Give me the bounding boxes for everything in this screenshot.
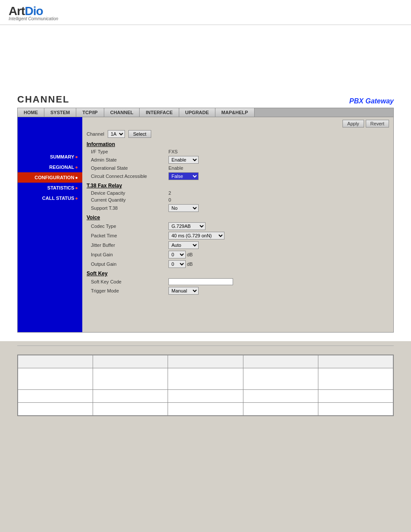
- jitterbuffer-select[interactable]: Auto Fixed: [168, 241, 199, 249]
- table-row: [18, 368, 393, 390]
- inputgain-unit: dB: [187, 252, 193, 257]
- bottom-table: [18, 355, 393, 416]
- table-cell: [168, 368, 243, 390]
- logo-subtitle: Intelligent Communication: [9, 16, 402, 21]
- table-cell: [93, 368, 168, 390]
- outputgain-unit: dB: [187, 261, 193, 267]
- table-cell: [243, 390, 318, 403]
- table-cell: [243, 368, 318, 390]
- form-row-codectype: Codec Type G.729AB G.711 uLaw G.711 aLaw…: [87, 222, 389, 230]
- channel-label: Channel: [87, 131, 104, 137]
- table-row: [18, 355, 393, 368]
- form-row-triggermode: Trigger Mode Manual Auto: [87, 287, 389, 295]
- nav-interface[interactable]: INTERFACE: [140, 108, 179, 117]
- opstate-value: Enable: [168, 165, 183, 171]
- sidebar-item-callstatus[interactable]: CALL STATUS●: [18, 193, 82, 203]
- table-cell: [18, 403, 93, 416]
- form-row-packettime: Packet Time 40 ms (G.729 onN) 20 ms 30 m…: [87, 232, 389, 240]
- table-cell: [93, 355, 168, 368]
- softkeycode-label: Soft Key Code: [91, 279, 168, 284]
- adminstate-select[interactable]: Enable Disable: [168, 156, 199, 164]
- content-layout: SUMMARY● REGIONAL● CONFIGURATION● STATIS…: [17, 117, 394, 333]
- outputgain-select[interactable]: 0 1 2 -1 -2: [168, 260, 186, 268]
- form-row-softkeycode: Soft Key Code: [87, 278, 389, 285]
- table-cell: [18, 355, 93, 368]
- form-row-outputgain: Output Gain 0 1 2 -1 -2 dB: [87, 260, 389, 268]
- sidebar-item-regional[interactable]: REGIONAL●: [18, 162, 82, 172]
- section-voice-title: Voice: [87, 215, 389, 221]
- circuit-label: Circuit Connect Accessible: [91, 174, 168, 179]
- revert-button[interactable]: Revert: [366, 120, 389, 128]
- packettime-label: Packet Time: [91, 233, 168, 238]
- sidebar-item-summary[interactable]: SUMMARY●: [18, 152, 82, 162]
- table-cell: [168, 403, 243, 416]
- form-row-jitterbuffer: Jitter Buffer Auto Fixed: [87, 241, 389, 249]
- page-subtitle: PBX Gateway: [349, 97, 394, 105]
- form-row-supportt38: Support T.38 No Yes: [87, 204, 389, 212]
- form-row-opstate: Operational State Enable: [87, 165, 389, 171]
- channel-select[interactable]: 1A 1B 2A 2B: [108, 130, 125, 138]
- outputgain-label: Output Gain: [91, 261, 168, 267]
- nav-home[interactable]: HOME: [18, 108, 44, 117]
- table-cell: [18, 368, 93, 390]
- form-row-circuit: Circuit Connect Accessible False True: [87, 172, 389, 180]
- channel-select-button[interactable]: Select: [128, 130, 151, 138]
- section-information-title: Information: [87, 141, 389, 147]
- bottom-table-area: [17, 355, 394, 416]
- nav-channel[interactable]: CHANNEL: [104, 108, 140, 117]
- table-cell: [168, 390, 243, 403]
- inputgain-label: Input Gain: [91, 252, 168, 257]
- codectype-select[interactable]: G.729AB G.711 uLaw G.711 aLaw G.726: [168, 222, 206, 230]
- form-row-inputgain: Input Gain 0 1 2 -1 -2 dB: [87, 251, 389, 258]
- nav-maphelp[interactable]: MAP&HELP: [215, 108, 255, 117]
- table-row: [18, 390, 393, 403]
- adminstate-label: Admin State: [91, 157, 168, 162]
- table-cell: [318, 403, 393, 416]
- form-row-adminstate: Admin State Enable Disable: [87, 156, 389, 164]
- main-wrapper: CHANNEL PBX Gateway HOME SYSTEM TCP/IP C…: [0, 85, 411, 341]
- table-cell: [18, 390, 93, 403]
- supportt38-select[interactable]: No Yes: [168, 204, 199, 212]
- table-cell: [318, 390, 393, 403]
- opstate-label: Operational State: [91, 165, 168, 171]
- sidebar-item-configuration[interactable]: CONFIGURATION●: [18, 172, 82, 183]
- sidebar-item-statistics[interactable]: STATISTICS●: [18, 183, 82, 193]
- packettime-select[interactable]: 40 ms (G.729 onN) 20 ms 30 ms: [168, 232, 224, 240]
- action-row: Apply Revert: [87, 120, 389, 128]
- main-panel: Apply Revert Channel 1A 1B 2A 2B Select …: [82, 117, 393, 332]
- table-cell: [168, 355, 243, 368]
- section-softkey-title: Soft Key: [87, 271, 389, 277]
- sidebar: SUMMARY● REGIONAL● CONFIGURATION● STATIS…: [18, 117, 82, 332]
- table-cell: [93, 390, 168, 403]
- iftype-label: I/F Type: [91, 149, 168, 154]
- circuit-select[interactable]: False True: [168, 172, 199, 180]
- softkeycode-input[interactable]: [168, 278, 233, 285]
- codectype-label: Codec Type: [91, 224, 168, 229]
- nav-system[interactable]: SYSTEM: [44, 108, 76, 117]
- table-cell: [93, 403, 168, 416]
- apply-button[interactable]: Apply: [342, 120, 364, 128]
- form-row-devicecapacity: Device Capacity 2: [87, 190, 389, 196]
- currentqty-label: Current Quantity: [91, 197, 168, 202]
- divider: [17, 345, 394, 346]
- table-cell: [318, 368, 393, 390]
- supportt38-label: Support T.38: [91, 205, 168, 211]
- form-row-iftype: I/F Type FXS: [87, 149, 389, 154]
- jitterbuffer-label: Jitter Buffer: [91, 243, 168, 248]
- triggermode-select[interactable]: Manual Auto: [168, 287, 199, 295]
- page-header: CHANNEL PBX Gateway: [17, 94, 394, 105]
- table-row: [18, 403, 393, 416]
- nav-tcpip[interactable]: TCP/IP: [76, 108, 104, 117]
- table-cell: [243, 403, 318, 416]
- devicecapacity-value: 2: [168, 190, 171, 196]
- form-row-currentqty: Current Quantity 0: [87, 197, 389, 202]
- iftype-value: FXS: [168, 149, 177, 154]
- inputgain-select[interactable]: 0 1 2 -1 -2: [168, 251, 186, 258]
- table-cell: [318, 355, 393, 368]
- nav-upgrade[interactable]: UPGRADE: [179, 108, 215, 117]
- currentqty-value: 0: [168, 197, 171, 202]
- section-t38-title: T.38 Fax Relay: [87, 183, 389, 189]
- devicecapacity-label: Device Capacity: [91, 190, 168, 196]
- table-cell: [243, 355, 318, 368]
- nav-bar: HOME SYSTEM TCP/IP CHANNEL INTERFACE UPG…: [17, 108, 394, 117]
